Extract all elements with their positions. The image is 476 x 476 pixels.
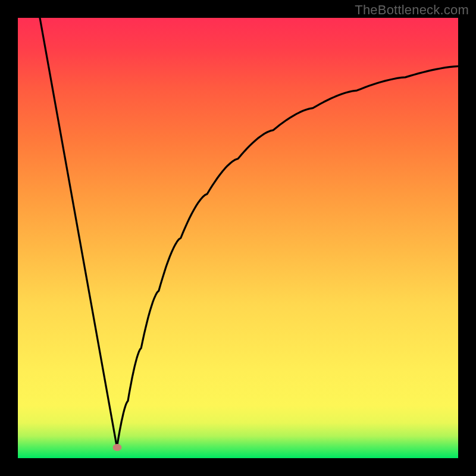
curve-svg: [18, 18, 458, 458]
plot-area: [18, 18, 458, 458]
curve-left-segment: [40, 18, 117, 447]
chart-frame: TheBottleneck.com: [0, 0, 476, 476]
min-point-marker: [112, 444, 121, 451]
curve-right-segment: [117, 66, 459, 447]
watermark-text: TheBottleneck.com: [355, 2, 469, 18]
